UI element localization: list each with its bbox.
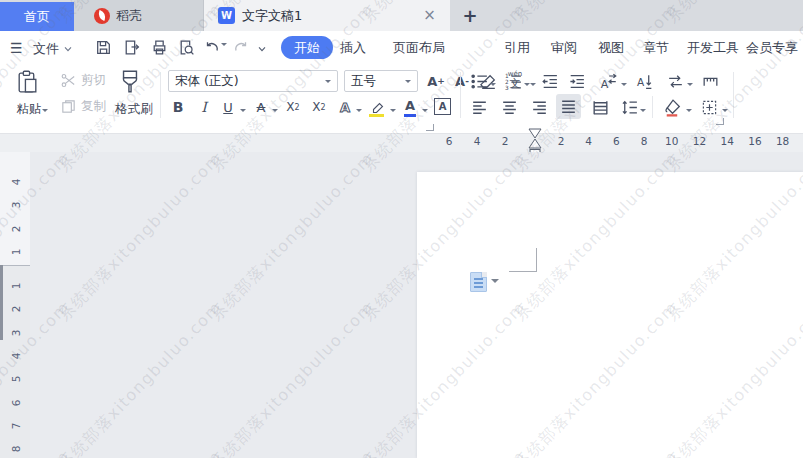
svg-text:A: A bbox=[637, 75, 645, 87]
font-name-dropdown-icon bbox=[325, 80, 331, 86]
text-direction-button[interactable]: A bbox=[633, 70, 655, 92]
asian-layout-dropdown-icon[interactable] bbox=[621, 83, 627, 89]
format-painter-icon[interactable] bbox=[118, 68, 142, 96]
copy-button[interactable]: 复制 bbox=[60, 98, 106, 115]
justify-button[interactable] bbox=[556, 94, 581, 119]
v-ruler-number: 1 bbox=[10, 278, 24, 294]
shading-dropdown-icon[interactable] bbox=[686, 109, 692, 115]
font-color-dropdown-icon[interactable] bbox=[422, 109, 428, 115]
h-ruler-number: 4 bbox=[585, 135, 592, 147]
font-size-value: 五号 bbox=[351, 73, 376, 90]
export-icon[interactable] bbox=[122, 38, 141, 57]
undo-dropdown-icon[interactable] bbox=[221, 46, 227, 65]
text-wrap-button[interactable] bbox=[663, 70, 687, 92]
underline-letter: U bbox=[223, 100, 233, 115]
v-ruler-number: 3 bbox=[10, 197, 24, 213]
text-effects-dropdown-icon[interactable] bbox=[356, 109, 362, 115]
paste-label: 粘贴 bbox=[17, 101, 42, 118]
line-spacing-button[interactable] bbox=[618, 96, 640, 118]
increase-indent-button[interactable] bbox=[565, 70, 587, 92]
underline-dropdown-icon[interactable] bbox=[240, 109, 246, 115]
shading-button[interactable] bbox=[660, 95, 684, 119]
char-border-letter: A bbox=[434, 98, 451, 115]
new-tab-button[interactable]: + bbox=[459, 5, 481, 27]
redo-icon[interactable] bbox=[232, 38, 251, 57]
font-color-button[interactable]: A bbox=[400, 95, 420, 119]
line-spacing-dropdown-icon[interactable] bbox=[640, 109, 646, 115]
customize-toolbar-chevron-icon[interactable] bbox=[256, 43, 268, 55]
bold-button[interactable]: B bbox=[167, 96, 189, 118]
align-left-button[interactable] bbox=[468, 96, 490, 118]
paste-button[interactable]: 粘贴 bbox=[8, 101, 56, 118]
bullets-dropdown-icon[interactable] bbox=[490, 83, 496, 89]
menu-tab-5[interactable]: 审阅 bbox=[551, 39, 577, 57]
underline-button[interactable]: U bbox=[217, 96, 239, 118]
close-tab-icon[interactable]: × bbox=[421, 7, 438, 24]
font-name-select[interactable]: 宋体 (正文) bbox=[168, 70, 338, 92]
h-ruler-number: 12 bbox=[693, 135, 706, 147]
subscript-button[interactable]: X2 bbox=[308, 96, 330, 118]
highlight-color-button[interactable] bbox=[366, 95, 388, 119]
menu-tab-8[interactable]: 开发工具 bbox=[687, 39, 739, 57]
docer-tab[interactable]: 稻壳 bbox=[74, 0, 204, 31]
strikethrough-button[interactable]: A bbox=[250, 96, 272, 118]
print-icon[interactable] bbox=[150, 38, 169, 57]
bullets-button[interactable] bbox=[468, 70, 490, 92]
smart-tag-document-icon[interactable] bbox=[470, 272, 487, 292]
vertical-ruler-edge-bar bbox=[0, 265, 3, 340]
menu-tab-1[interactable]: 开始 bbox=[281, 36, 333, 59]
tab-stops-button[interactable] bbox=[699, 70, 721, 92]
document-page[interactable] bbox=[417, 172, 803, 458]
h-ruler-number: 4 bbox=[474, 135, 481, 147]
horizontal-ruler[interactable] bbox=[0, 133, 803, 153]
margin-crop-mark-horizontal bbox=[509, 271, 537, 272]
highlight-dropdown-icon[interactable] bbox=[390, 109, 396, 115]
v-ruler-number: 8 bbox=[10, 441, 24, 457]
menu-tab-3[interactable]: 页面布局 bbox=[393, 39, 445, 57]
borders-button[interactable] bbox=[697, 95, 721, 119]
v-ruler-number: 7 bbox=[10, 418, 24, 434]
cut-button[interactable]: 剪切 bbox=[60, 72, 106, 89]
document-workspace[interactable]: 432112345678 bbox=[0, 152, 803, 458]
menu-tab-4[interactable]: 引用 bbox=[504, 39, 530, 57]
layout-corner-mark bbox=[426, 124, 434, 131]
grow-font-button[interactable]: A + bbox=[425, 70, 447, 92]
cut-label: 剪切 bbox=[81, 72, 106, 89]
char-border-button[interactable]: A bbox=[434, 98, 451, 115]
font-size-select[interactable]: 五号 bbox=[344, 70, 418, 92]
italic-button[interactable]: I bbox=[193, 96, 215, 118]
superscript-button[interactable]: X2 bbox=[282, 96, 304, 118]
align-center-button[interactable] bbox=[498, 96, 520, 118]
file-menu-button[interactable]: 文件 bbox=[33, 40, 59, 58]
menu-bar: ☰ 文件 bbox=[0, 31, 803, 64]
menu-tab-2[interactable]: 插入 bbox=[340, 39, 366, 57]
text-wrap-dropdown-icon[interactable] bbox=[687, 83, 693, 89]
grow-font-sign: + bbox=[437, 76, 445, 86]
text-effects-button[interactable]: A bbox=[334, 96, 356, 118]
document-tab[interactable]: W 文字文稿1 × bbox=[204, 0, 450, 31]
save-icon[interactable] bbox=[94, 38, 113, 57]
ribbon-bottom-strip bbox=[0, 126, 803, 133]
bold-letter: B bbox=[173, 99, 184, 115]
smart-tag-dropdown-icon[interactable] bbox=[491, 279, 499, 287]
pinyin-dropdown-icon[interactable] bbox=[530, 83, 536, 89]
asian-layout-button[interactable]: A bbox=[596, 70, 620, 92]
menu-tab-9[interactable]: 会员专享 bbox=[746, 39, 798, 57]
file-chevron-icon[interactable] bbox=[62, 43, 74, 55]
menu-tab-7[interactable]: 章节 bbox=[643, 39, 669, 57]
numbering-button[interactable]: 1 2 3 bbox=[502, 70, 524, 92]
strikethrough-dropdown-icon[interactable] bbox=[272, 109, 278, 115]
numbering-dropdown-icon[interactable] bbox=[524, 83, 530, 89]
decrease-indent-button[interactable] bbox=[538, 70, 560, 92]
format-painter-button[interactable]: 格式刷 bbox=[112, 101, 156, 118]
align-right-button[interactable] bbox=[528, 96, 550, 118]
hamburger-menu-icon[interactable]: ☰ bbox=[10, 40, 23, 56]
home-tab[interactable]: 首页 bbox=[0, 2, 74, 31]
menu-tab-6[interactable]: 视图 bbox=[598, 39, 624, 57]
distribute-button[interactable] bbox=[588, 96, 612, 118]
undo-icon[interactable] bbox=[203, 38, 222, 57]
print-preview-icon[interactable] bbox=[177, 38, 196, 57]
paste-icon[interactable] bbox=[14, 69, 41, 96]
borders-dropdown-icon[interactable] bbox=[722, 109, 728, 115]
svg-text:3: 3 bbox=[505, 84, 509, 90]
